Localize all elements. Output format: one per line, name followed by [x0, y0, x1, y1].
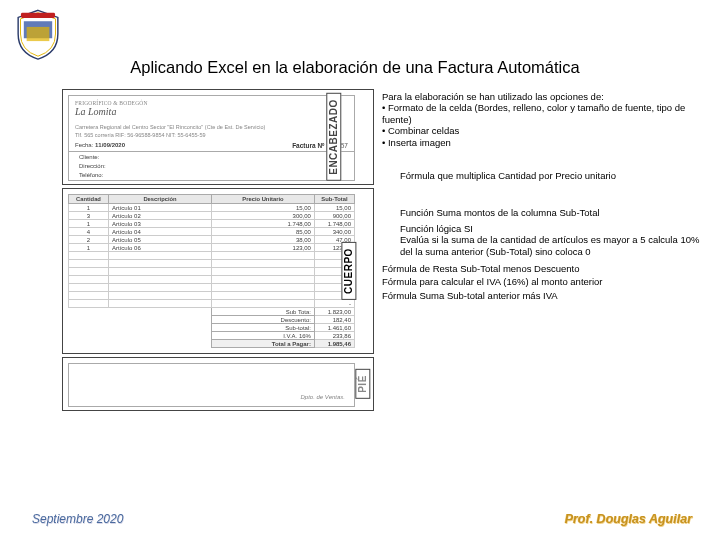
page-title: Aplicando Excel en la elaboración de una…	[10, 58, 700, 77]
pie-label: PIÉ	[356, 369, 371, 399]
encabezado-label: ENCABEZADO	[327, 93, 342, 181]
cuerpo-label: CUERPO	[342, 242, 357, 300]
institution-logo	[12, 8, 64, 60]
invoice-figure: FRIGORÍFICO & BODEGÓN La Lomita Carreter…	[62, 89, 374, 414]
footer-date: Septiembre 2020	[32, 512, 123, 526]
encabezado-panel: FRIGORÍFICO & BODEGÓN La Lomita Carreter…	[62, 89, 374, 185]
svg-rect-2	[27, 27, 50, 41]
svg-rect-0	[21, 13, 55, 18]
notes-column: Para la elaboración se han utilizado las…	[374, 89, 700, 414]
pie-panel: Dpto. de Ventas. PIÉ	[62, 357, 374, 411]
cuerpo-panel: CantidadDescripción Precio UnitarioSub-T…	[62, 188, 374, 354]
footer-author: Prof. Douglas Aguilar	[565, 512, 692, 526]
